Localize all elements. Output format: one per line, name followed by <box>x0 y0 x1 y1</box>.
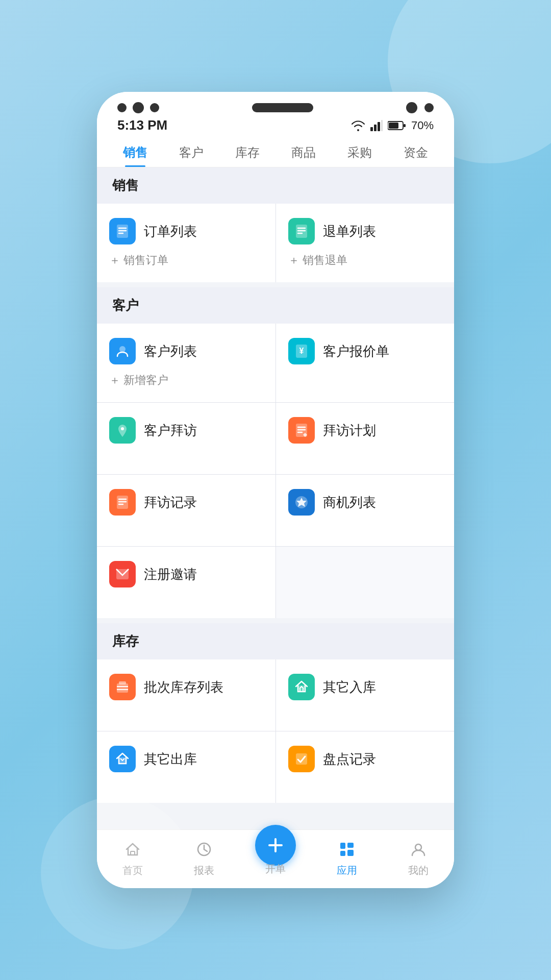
svg-point-18 <box>121 427 124 430</box>
return-list-sub: ＋ 销售退单 <box>288 253 347 268</box>
dot-4 <box>406 102 417 113</box>
customer-list-sub: ＋ 新增客户 <box>109 373 168 388</box>
inventory-section-header: 库存 <box>97 623 454 659</box>
invite-item[interactable]: 注册邀请 <box>97 547 276 618</box>
visit-plan-item[interactable]: 拜访计划 <box>276 403 455 474</box>
svg-rect-31 <box>117 683 128 693</box>
svg-rect-45 <box>347 850 354 856</box>
opportunity-item[interactable]: 商机列表 <box>276 475 455 546</box>
bottom-nav-app[interactable]: 应用 <box>311 838 383 877</box>
create-order-fab[interactable] <box>255 825 296 866</box>
outbound-item[interactable]: 其它出库 <box>97 731 276 803</box>
return-list-icon <box>288 218 315 244</box>
count-record-label: 盘点记录 <box>323 750 376 768</box>
batch-inventory-icon <box>109 674 136 700</box>
svg-point-46 <box>415 844 421 850</box>
svg-rect-1 <box>374 125 377 131</box>
svg-rect-0 <box>370 127 373 131</box>
profile-label: 我的 <box>408 864 429 877</box>
quote-item[interactable]: ¥ 客户报价单 <box>276 324 455 402</box>
dot-2 <box>133 102 144 113</box>
battery-percent: 70% <box>411 119 434 132</box>
empty-item <box>276 547 455 618</box>
inbound-item[interactable]: 其它入库 <box>276 659 455 731</box>
bottom-nav: 首页 报表 开单 <box>97 829 454 888</box>
svg-rect-6 <box>389 122 398 129</box>
app-label: 应用 <box>337 864 357 877</box>
profile-icon <box>407 838 430 861</box>
home-label: 首页 <box>122 864 143 877</box>
battery-icon <box>388 120 406 131</box>
visit-record-item[interactable]: 拜访记录 <box>97 475 276 546</box>
tab-inventory[interactable]: 库存 <box>219 137 276 167</box>
outbound-label: 其它出库 <box>144 750 197 768</box>
svg-rect-32 <box>119 681 126 684</box>
sales-section-title: 销售 <box>112 178 139 193</box>
tab-purchase[interactable]: 采购 <box>332 137 388 167</box>
status-icons: 70% <box>351 119 434 132</box>
invite-label: 注册邀请 <box>144 566 197 583</box>
order-list-icon <box>109 218 136 244</box>
customer-section-title: 客户 <box>112 298 139 313</box>
customer-visit-item[interactable]: 客户拜访 <box>97 403 276 474</box>
tab-product[interactable]: 商品 <box>276 137 332 167</box>
bottom-nav-fab: 开单 <box>240 837 311 878</box>
customer-list-label: 客户列表 <box>144 342 197 360</box>
order-list-sub: ＋ 销售订单 <box>109 253 168 268</box>
svg-rect-5 <box>404 124 406 127</box>
order-list-item[interactable]: 订单列表 ＋ 销售订单 <box>97 204 276 282</box>
inventory-grid: 批次库存列表 其它入库 <box>97 659 454 803</box>
report-label: 报表 <box>194 864 214 877</box>
quote-label: 客户报价单 <box>323 342 389 360</box>
visit-icon <box>109 417 136 444</box>
dot-3 <box>150 103 159 112</box>
svg-text:¥: ¥ <box>299 347 304 355</box>
batch-inventory-label: 批次库存列表 <box>144 678 223 696</box>
quote-icon: ¥ <box>288 338 315 364</box>
svg-point-15 <box>119 346 126 352</box>
tab-finance[interactable]: 资金 <box>388 137 444 167</box>
svg-rect-3 <box>381 120 383 131</box>
plan-icon <box>288 417 315 444</box>
home-icon <box>121 838 144 861</box>
tab-customer[interactable]: 客户 <box>163 137 219 167</box>
return-list-label: 退单列表 <box>323 223 376 240</box>
batch-inventory-item[interactable]: 批次库存列表 <box>97 659 276 731</box>
create-label: 开单 <box>265 862 286 876</box>
opportunity-label: 商机列表 <box>323 494 376 511</box>
order-list-label: 订单列表 <box>144 223 197 240</box>
customer-section-header: 客户 <box>97 287 454 324</box>
return-list-item[interactable]: 退单列表 ＋ 销售退单 <box>276 204 455 282</box>
visit-plan-label: 拜访计划 <box>323 422 376 439</box>
bottom-nav-home[interactable]: 首页 <box>97 838 168 877</box>
phone-notch <box>97 92 454 113</box>
record-icon <box>109 489 136 516</box>
customer-list-item[interactable]: 客户列表 ＋ 新增客户 <box>97 324 276 402</box>
opportunity-icon <box>288 489 315 516</box>
inventory-section-title: 库存 <box>112 633 139 649</box>
signal-icon <box>370 120 383 131</box>
visit-record-label: 拜访记录 <box>144 494 197 511</box>
customer-list-icon <box>109 338 136 364</box>
report-icon <box>193 838 215 861</box>
svg-rect-2 <box>378 122 380 131</box>
wifi-icon <box>351 120 365 131</box>
notch-left-dots <box>117 102 159 113</box>
bottom-nav-profile[interactable]: 我的 <box>383 838 454 877</box>
status-time: 5:13 PM <box>117 117 167 133</box>
dot-5 <box>424 103 434 112</box>
phone-frame: 5:13 PM 70% <box>97 92 454 888</box>
bottom-nav-report[interactable]: 报表 <box>168 838 240 877</box>
customer-grid: 客户列表 ＋ 新增客户 ¥ 客户报价单 <box>97 324 454 618</box>
svg-rect-42 <box>340 843 345 849</box>
inbound-label: 其它入库 <box>323 678 376 696</box>
tab-sales[interactable]: 销售 <box>107 137 163 167</box>
bottom-spacer <box>97 803 454 813</box>
sales-section-header: 销售 <box>97 167 454 204</box>
outbound-icon <box>109 746 136 772</box>
count-record-item[interactable]: 盘点记录 <box>276 731 455 803</box>
nav-tabs: 销售 客户 库存 商品 采购 资金 <box>97 137 454 167</box>
sales-grid: 订单列表 ＋ 销售订单 <box>97 204 454 282</box>
app-icon <box>336 838 358 861</box>
svg-rect-38 <box>131 851 135 855</box>
